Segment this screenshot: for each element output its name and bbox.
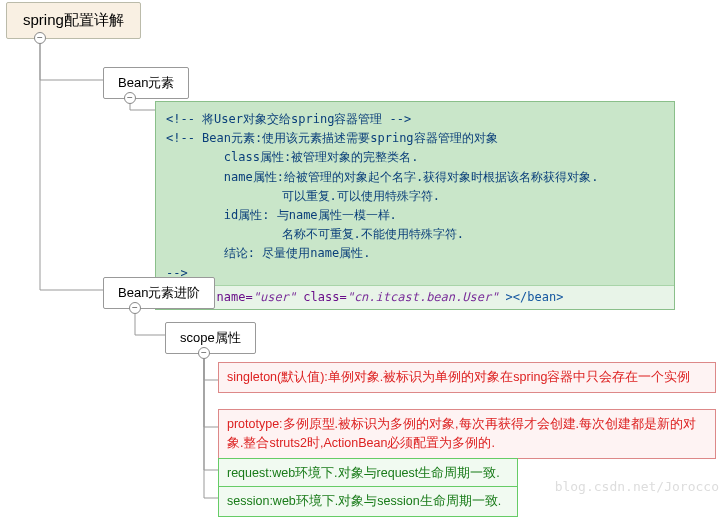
scope-row-request[interactable]: request:web环境下.对象与request生命周期一致. [218,458,518,489]
code-block: <!-- 将User对象交给spring容器管理 --> <!-- Bean元素… [155,101,675,310]
toggle-advanced[interactable]: − [129,302,141,314]
root-title: spring配置详解 [23,11,124,28]
code-last-line: <bean name="user" class="cn.itcast.bean.… [156,285,674,309]
toggle-bean[interactable]: − [124,92,136,104]
scope-session-text: session:web环境下.对象与session生命周期一致. [227,494,501,508]
code-l2: <!-- Bean元素:使用该元素描述需要spring容器管理的对象 [166,131,498,145]
bean-title: Bean元素 [118,75,174,90]
scope-prototype-text: prototype:多例原型.被标识为多例的对象,每次再获得才会创建.每次创建都… [227,417,696,450]
code-l7: 名称不可重复.不能使用特殊字符. [166,227,464,241]
scope-singleton-text: singleton(默认值):单例对象.被标识为单例的对象在spring容器中只… [227,370,690,384]
code-l3: class属性:被管理对象的完整类名. [166,150,418,164]
code-l4: name属性:给被管理的对象起个名字.获得对象时根据该名称获得对象. [166,170,598,184]
advanced-title: Bean元素进阶 [118,285,200,300]
scope-row-prototype[interactable]: prototype:多例原型.被标识为多例的对象,每次再获得才会创建.每次创建都… [218,409,716,459]
scope-node[interactable]: scope属性 [165,322,256,354]
code-l6: id属性: 与name属性一模一样. [166,208,397,222]
toggle-scope[interactable]: − [198,347,210,359]
code-l1: <!-- 将User对象交给spring容器管理 --> [166,112,411,126]
toggle-root[interactable]: − [34,32,46,44]
scope-request-text: request:web环境下.对象与request生命周期一致. [227,466,500,480]
scope-row-singleton[interactable]: singleton(默认值):单例对象.被标识为单例的对象在spring容器中只… [218,362,716,393]
scope-title: scope属性 [180,330,241,345]
code-l8: 结论: 尽量使用name属性. [166,246,370,260]
root-node[interactable]: spring配置详解 [6,2,141,39]
advanced-node[interactable]: Bean元素进阶 [103,277,215,309]
watermark: blog.csdn.net/Jorocco [555,479,719,494]
bean-node[interactable]: Bean元素 [103,67,189,99]
code-l5: 可以重复.可以使用特殊字符. [166,189,440,203]
scope-row-session[interactable]: session:web环境下.对象与session生命周期一致. [218,486,518,517]
